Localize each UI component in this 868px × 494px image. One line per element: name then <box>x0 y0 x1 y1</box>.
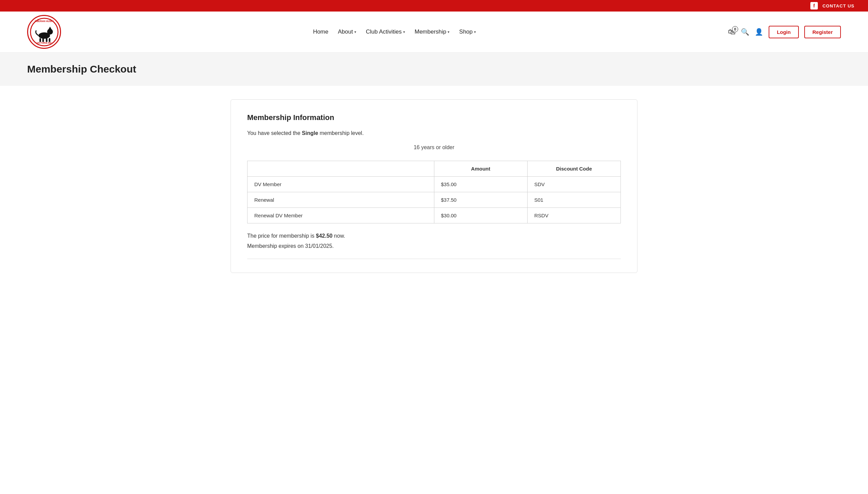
row-name: Renewal <box>248 192 434 208</box>
selection-prefix: You have selected the <box>247 130 302 136</box>
nav-home[interactable]: Home <box>313 28 328 35</box>
contact-us-link[interactable]: CONTACT US <box>823 3 854 8</box>
age-note: 16 years or older <box>247 145 621 151</box>
nav-shop[interactable]: Shop ▾ <box>459 28 476 35</box>
price-suffix: now. <box>333 233 345 239</box>
svg-rect-5 <box>42 38 44 42</box>
col-discount: Discount Code <box>527 161 620 177</box>
cart-button[interactable]: 🛍 0 <box>728 27 735 36</box>
svg-text:VICTORIA INC: VICTORIA INC <box>37 42 52 44</box>
nav-actions: 🛍 0 🔍 👤 Login Register <box>728 26 841 38</box>
search-icon[interactable]: 🔍 <box>741 28 749 36</box>
nav-membership[interactable]: Membership ▾ <box>415 28 450 35</box>
header: VICTORIA INC SIBERIAN HUSKY Home About ▾… <box>0 12 868 53</box>
page-title-area: Membership Checkout <box>0 53 868 86</box>
svg-rect-4 <box>39 38 41 42</box>
login-button[interactable]: Login <box>769 26 799 38</box>
page-title: Membership Checkout <box>27 63 841 75</box>
row-name: DV Member <box>248 177 434 192</box>
nav-about[interactable]: About ▾ <box>338 28 356 35</box>
col-name <box>248 161 434 177</box>
row-discount: S01 <box>527 192 620 208</box>
svg-rect-6 <box>46 38 47 42</box>
main-content: Membership Information You have selected… <box>0 86 868 286</box>
nav-club-activities[interactable]: Club Activities ▾ <box>366 28 405 35</box>
logo[interactable]: VICTORIA INC SIBERIAN HUSKY <box>27 15 61 49</box>
shop-chevron: ▾ <box>474 30 476 34</box>
price-value: $42.50 <box>316 233 333 239</box>
table-row: Renewal DV Member $30.00 RSDV <box>248 208 621 224</box>
table-row: DV Member $35.00 SDV <box>248 177 621 192</box>
row-amount: $30.00 <box>434 208 527 224</box>
club-activities-chevron: ▾ <box>403 30 405 34</box>
membership-selection-text: You have selected the Single membership … <box>247 130 621 136</box>
pricing-info: The price for membership is $42.50 now. <box>247 233 621 239</box>
expiry-info: Membership expires on 31/01/2025. <box>247 243 621 249</box>
row-discount: SDV <box>527 177 620 192</box>
top-bar: f CONTACT US <box>0 0 868 12</box>
svg-point-2 <box>47 29 53 35</box>
svg-text:SIBERIAN HUSKY: SIBERIAN HUSKY <box>35 20 54 22</box>
row-name: Renewal DV Member <box>248 208 434 224</box>
logo-circle: VICTORIA INC SIBERIAN HUSKY <box>27 15 61 49</box>
table-header-row: Amount Discount Code <box>248 161 621 177</box>
row-amount: $35.00 <box>434 177 527 192</box>
price-prefix: The price for membership is <box>247 233 316 239</box>
cart-badge: 0 <box>732 26 738 32</box>
selection-suffix: membership level. <box>318 130 364 136</box>
pricing-table: Amount Discount Code DV Member $35.00 SD… <box>247 161 621 224</box>
row-amount: $37.50 <box>434 192 527 208</box>
user-icon[interactable]: 👤 <box>755 28 763 36</box>
section-title: Membership Information <box>247 113 621 122</box>
membership-chevron: ▾ <box>447 30 449 34</box>
card-divider <box>247 259 621 259</box>
membership-card: Membership Information You have selected… <box>231 99 637 273</box>
svg-rect-7 <box>49 38 50 42</box>
main-nav: Home About ▾ Club Activities ▾ Membershi… <box>313 28 476 35</box>
about-chevron: ▾ <box>354 30 356 34</box>
table-row: Renewal $37.50 S01 <box>248 192 621 208</box>
col-amount: Amount <box>434 161 527 177</box>
facebook-icon[interactable]: f <box>810 2 818 10</box>
selection-level: Single <box>302 130 318 136</box>
register-button[interactable]: Register <box>804 26 841 38</box>
row-discount: RSDV <box>527 208 620 224</box>
